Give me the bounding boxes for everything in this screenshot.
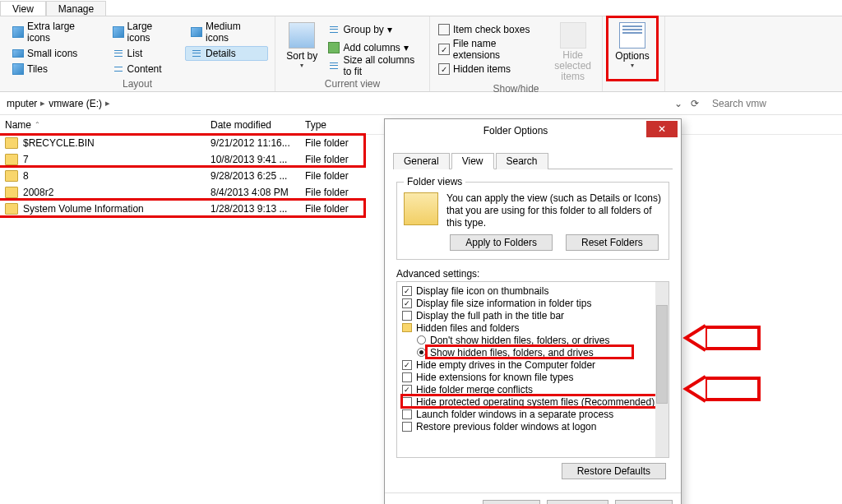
history-dropdown-icon[interactable]: ⌄ xyxy=(674,98,682,109)
column-header-name[interactable]: Name⌃ xyxy=(0,119,210,131)
chevron-right-icon: ▸ xyxy=(105,98,110,109)
chevron-down-icon: ▾ xyxy=(631,62,634,69)
adv-launch-separate-process[interactable]: Launch folder windows in a separate proc… xyxy=(402,408,665,420)
close-icon: ✕ xyxy=(646,123,678,135)
scrollbar-thumb[interactable] xyxy=(656,305,668,404)
adv-display-file-size[interactable]: ✓Display file size information in folder… xyxy=(402,297,665,309)
chevron-down-icon: ▾ xyxy=(404,42,409,53)
advanced-settings-list: ✓Display file icon on thumbnails ✓Displa… xyxy=(396,281,669,458)
reset-folders-button[interactable]: Reset Folders xyxy=(566,234,659,251)
content-icon xyxy=(113,63,124,75)
tab-search[interactable]: Search xyxy=(496,153,548,169)
adv-dont-show-hidden[interactable]: Don't show hidden files, folders, or dri… xyxy=(402,334,665,346)
list-icon xyxy=(113,48,124,59)
large-icon xyxy=(113,26,124,38)
file-name-extensions-checkbox[interactable]: ✓File name extensions xyxy=(437,41,545,58)
group-label-current-view: Current view xyxy=(282,78,423,91)
folder-views-icon xyxy=(404,192,438,225)
tab-view-dlg[interactable]: View xyxy=(451,153,494,169)
breadcrumb-bar: mputer ▸ vmware (E:) ▸ ⌄ ⟳ xyxy=(0,92,842,115)
breadcrumb-computer[interactable]: mputer xyxy=(7,98,37,109)
tiles-icon xyxy=(12,63,24,75)
search-input[interactable] xyxy=(712,98,835,109)
medium-icon xyxy=(191,27,202,37)
group-by-button[interactable]: Group by ▾ xyxy=(326,21,423,38)
column-header-date[interactable]: Date modified xyxy=(210,119,305,131)
adv-restore-previous-windows[interactable]: Restore previous folder windows at logon xyxy=(402,420,665,432)
layout-medium[interactable]: Medium icons xyxy=(185,19,268,45)
checkbox-icon: ✓ xyxy=(438,44,450,55)
sort-icon xyxy=(289,22,315,49)
folder-icon xyxy=(5,187,18,198)
options-button[interactable]: Options▾ xyxy=(609,19,655,78)
dialog-title: Folder Options xyxy=(385,125,646,136)
checkbox-icon xyxy=(402,311,412,321)
layout-tiles[interactable]: Tiles xyxy=(7,62,102,76)
folder-options-dialog: Folder Options ✕ General View Search Fol… xyxy=(384,118,682,504)
details-icon xyxy=(191,48,202,59)
breadcrumb-drive[interactable]: vmware (E:) xyxy=(49,98,102,109)
cancel-button[interactable]: Cancel xyxy=(547,500,608,504)
advanced-settings-label: Advanced settings: xyxy=(396,268,669,280)
hidden-items-checkbox[interactable]: ✓Hidden items xyxy=(437,61,545,77)
tab-view[interactable]: View xyxy=(0,1,46,16)
folder-icon xyxy=(5,154,18,165)
scrollbar[interactable] xyxy=(655,282,669,457)
folder-views-description: You can apply the view (such as Details … xyxy=(446,192,662,229)
checkbox-icon: ✓ xyxy=(402,360,412,370)
checkbox-icon xyxy=(402,397,412,407)
folder-icon xyxy=(5,170,18,182)
folder-views-legend: Folder views xyxy=(404,176,465,187)
layout-list[interactable]: List xyxy=(107,46,181,61)
checkbox-icon xyxy=(402,422,412,432)
radio-icon xyxy=(417,335,426,344)
adv-hide-extensions[interactable]: Hide extensions for known file types xyxy=(402,371,665,383)
arrow-callout-1 xyxy=(681,319,763,357)
tab-general[interactable]: General xyxy=(393,153,450,169)
item-check-boxes-checkbox[interactable]: Item check boxes xyxy=(437,21,545,38)
group-label-show-hide: Show/hide xyxy=(437,83,595,96)
layout-content[interactable]: Content xyxy=(107,62,181,76)
tab-manage[interactable]: Manage xyxy=(46,1,106,16)
sort-by-button[interactable]: Sort by▾ xyxy=(282,19,322,78)
chevron-down-icon: ▾ xyxy=(387,24,392,35)
apply-button[interactable]: Apply xyxy=(615,500,673,504)
layout-details[interactable]: Details xyxy=(185,46,268,61)
close-button[interactable]: ✕ xyxy=(646,121,678,137)
folder-icon xyxy=(5,137,18,149)
adv-hide-empty-drives[interactable]: ✓Hide empty drives in the Computer folde… xyxy=(402,358,665,371)
layout-extra-large[interactable]: Extra large icons xyxy=(7,19,102,45)
checkbox-icon: ✓ xyxy=(402,385,412,395)
size-columns-icon xyxy=(328,60,340,72)
adv-display-full-path[interactable]: Display the full path in the title bar xyxy=(402,309,665,321)
ok-button[interactable]: OK xyxy=(483,500,540,504)
add-columns-icon xyxy=(328,42,340,53)
restore-defaults-button[interactable]: Restore Defaults xyxy=(562,463,666,479)
checkbox-icon: ✓ xyxy=(438,63,450,75)
apply-to-folders-button[interactable]: Apply to Folders xyxy=(450,234,553,251)
chevron-down-icon: ▾ xyxy=(300,62,303,69)
hide-selected-icon xyxy=(560,22,586,49)
options-icon xyxy=(619,22,645,49)
chevron-right-icon: ▸ xyxy=(40,98,45,109)
ribbon: Extra large icons Small icons Tiles Larg… xyxy=(0,16,842,92)
group-by-icon xyxy=(328,24,340,35)
checkbox-icon xyxy=(438,24,450,35)
sort-caret-icon: ⌃ xyxy=(35,121,40,128)
folder-icon xyxy=(5,203,18,215)
adv-hide-merge-conflicts[interactable]: ✓Hide folder merge conflicts xyxy=(402,383,665,395)
adv-hide-protected-os-files[interactable]: Hide protected operating system files (R… xyxy=(402,395,665,408)
column-header-type[interactable]: Type xyxy=(305,119,387,131)
layout-large[interactable]: Large icons xyxy=(107,19,181,45)
add-columns-button[interactable]: Add columns ▾ xyxy=(326,39,423,56)
size-columns-button[interactable]: Size all columns to fit xyxy=(326,58,423,74)
refresh-icon[interactable]: ⟳ xyxy=(691,98,699,109)
group-label-layout: Layout xyxy=(7,78,268,91)
adv-hidden-files-folder: Hidden files and folders xyxy=(402,321,665,334)
extra-large-icon xyxy=(12,26,24,38)
layout-small[interactable]: Small icons xyxy=(7,46,102,61)
adv-display-file-icon[interactable]: ✓Display file icon on thumbnails xyxy=(402,284,665,297)
radio-icon xyxy=(417,348,426,357)
hide-selected-items-button[interactable]: Hide selected items xyxy=(550,19,595,83)
adv-show-hidden[interactable]: Show hidden files, folders, and drives xyxy=(402,346,665,358)
